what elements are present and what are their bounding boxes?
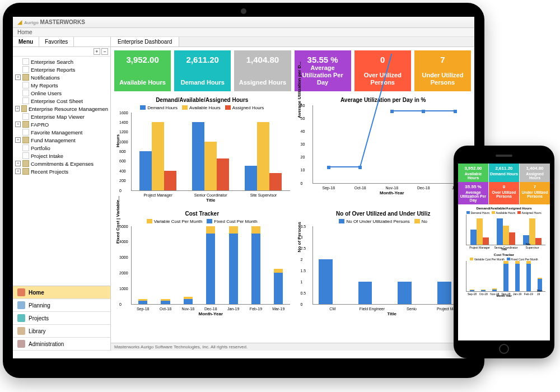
x-tick: Feb-19 xyxy=(250,307,262,311)
legend-swatch xyxy=(339,219,344,223)
y-tick: 1000 xyxy=(119,286,128,290)
kpi-card[interactable]: 1,404.80Assigned Hours xyxy=(520,164,550,182)
tree-item-label: Enterprise Map Viewer xyxy=(31,114,85,120)
module-nav: HomePlanningProjectsLibraryAdministratio… xyxy=(13,286,110,351)
expand-icon[interactable]: + xyxy=(15,161,21,166)
bar xyxy=(138,301,147,304)
breadcrumb[interactable]: Home xyxy=(13,28,474,37)
bar xyxy=(206,226,215,234)
tree-item[interactable]: +Enterprise Resource Managemen xyxy=(14,105,109,113)
kpi-card[interactable]: 2,611.20Demand Hours xyxy=(174,50,231,91)
y-tick: 1.5 xyxy=(301,269,306,273)
y-tick: 3 xyxy=(301,235,303,239)
x-tick: Sep-18 xyxy=(137,307,150,311)
x-tick: Oct-18 xyxy=(354,186,366,190)
bar xyxy=(161,299,170,301)
kpi-label: Under Utilized Persons xyxy=(417,72,469,86)
kpi-value: 3,952.00 xyxy=(116,55,169,64)
kpi-card[interactable]: 1,404.80Assigned Hours xyxy=(234,50,291,91)
tree-item[interactable]: +Commitments & Expenses xyxy=(14,160,109,167)
y-tick: 0 xyxy=(301,181,303,185)
bar xyxy=(477,218,483,245)
tree-item[interactable]: My Reports xyxy=(14,81,109,89)
nav-item-administration[interactable]: Administration xyxy=(13,338,110,351)
y-tick: 1400 xyxy=(119,120,128,124)
bar xyxy=(503,264,508,291)
y-tick: 400 xyxy=(119,169,126,172)
bar xyxy=(529,218,535,245)
x-tick: Sep-18 xyxy=(468,292,477,296)
kpi-card[interactable]: 3,952.00Available Hours xyxy=(458,164,488,182)
tab-favorites[interactable]: Favorites xyxy=(39,37,74,46)
bar xyxy=(138,299,147,301)
chart-legend: No Of Under Utilizatied PersonsNo xyxy=(296,219,472,224)
tree-item[interactable]: Enterprise Search xyxy=(14,58,109,66)
expand-icon[interactable]: + xyxy=(15,74,21,80)
nav-item-projects[interactable]: Projects xyxy=(13,312,110,325)
chart-legend: Variable Cost Per MonthFixed Cost Per Mo… xyxy=(114,219,290,224)
nav-item-home[interactable]: Home xyxy=(13,286,110,299)
home-button-icon[interactable] xyxy=(499,344,509,354)
bar xyxy=(206,234,215,304)
y-tick: 40 xyxy=(301,129,305,133)
nav-item-library[interactable]: Library xyxy=(13,325,110,338)
chart-title: Demand/Available/Assigned Hours xyxy=(458,207,550,210)
y-tick: 2000 xyxy=(119,270,128,274)
kpi-card[interactable]: 35.55 %Average Utilization Per Day xyxy=(458,182,488,204)
tree-item[interactable]: +Notifications xyxy=(14,73,109,81)
expand-icon[interactable]: + xyxy=(15,169,21,174)
document-icon xyxy=(22,58,29,65)
tree-item[interactable]: Enterprise Cost Sheet xyxy=(14,97,109,105)
expand-all-icon[interactable]: + xyxy=(94,48,100,55)
legend-label: No xyxy=(422,219,427,224)
chart-title: Average Utilization per Day in % xyxy=(296,97,472,103)
legend-swatch xyxy=(140,105,146,110)
kpi-card[interactable]: 7Under Utilized Persons xyxy=(414,50,471,91)
tree-item[interactable]: Enterprise Map Viewer xyxy=(14,113,109,120)
expand-icon[interactable]: + xyxy=(15,137,21,143)
app-header: ◢ Aurigo MASTERWORKS xyxy=(13,17,474,28)
legend-swatch xyxy=(414,219,420,223)
kpi-card[interactable]: 2,611.20Demand Hours xyxy=(489,164,519,182)
nav-item-planning[interactable]: Planning xyxy=(13,299,110,312)
folder-icon xyxy=(21,105,27,112)
tab-menu[interactable]: Menu xyxy=(13,37,39,46)
document-icon xyxy=(22,66,29,73)
tab-enterprise-dashboard[interactable]: Enterprise Dashboard xyxy=(111,37,179,46)
bar xyxy=(492,290,497,291)
kpi-card[interactable]: 0Over Utilized Persons xyxy=(489,182,519,204)
nav-label: Home xyxy=(29,290,44,296)
tree-item-label: Portfolio xyxy=(31,145,50,151)
legend-label: Demand Hours xyxy=(147,105,178,110)
tree-item[interactable]: Project Intake xyxy=(14,152,109,160)
tree-item-label: Recent Projects xyxy=(31,169,68,175)
x-tick: Nov-18 xyxy=(182,307,195,311)
plot-area: HoursTitle02004006008001000120014001600P… xyxy=(131,113,290,191)
bar xyxy=(192,122,204,190)
nav-label: Administration xyxy=(29,341,64,347)
bar xyxy=(526,264,531,291)
data-point xyxy=(454,110,457,113)
kpi-card[interactable]: 3,952.00Available Hours xyxy=(114,50,171,91)
expand-icon[interactable]: + xyxy=(15,106,20,111)
phone-screen: 3,952.00Available Hours2,611.20Demand Ho… xyxy=(458,164,550,340)
tree-item[interactable]: +Fund Management xyxy=(14,136,109,144)
tree-item[interactable]: +FAPRO xyxy=(14,120,109,128)
tree-item[interactable]: Enterprise Reports xyxy=(14,66,109,73)
kpi-card[interactable]: 35.55 %Average Utilization Per Day xyxy=(295,50,351,91)
collapse-all-icon[interactable]: − xyxy=(101,48,108,55)
y-tick: 30 xyxy=(301,142,305,146)
tree-item[interactable]: +Recent Projects xyxy=(14,167,109,175)
chart-title: Demand/Available/Assigned Hours xyxy=(114,97,290,103)
y-tick: 1200 xyxy=(119,130,128,134)
y-tick: 800 xyxy=(119,150,126,153)
tree-item[interactable]: Favorite Management xyxy=(14,128,109,136)
brand-name: Aurigo MASTERWORKS xyxy=(24,19,85,25)
x-axis-label: Month-Year xyxy=(380,190,404,195)
expand-icon[interactable]: + xyxy=(15,122,21,127)
kpi-card[interactable]: 7Under Utilized Persons xyxy=(520,182,550,204)
module-icon xyxy=(17,301,25,309)
tree-item[interactable]: Online Users xyxy=(14,89,109,97)
y-tick: 0 xyxy=(301,302,303,306)
tree-item[interactable]: Portfolio xyxy=(14,144,109,152)
